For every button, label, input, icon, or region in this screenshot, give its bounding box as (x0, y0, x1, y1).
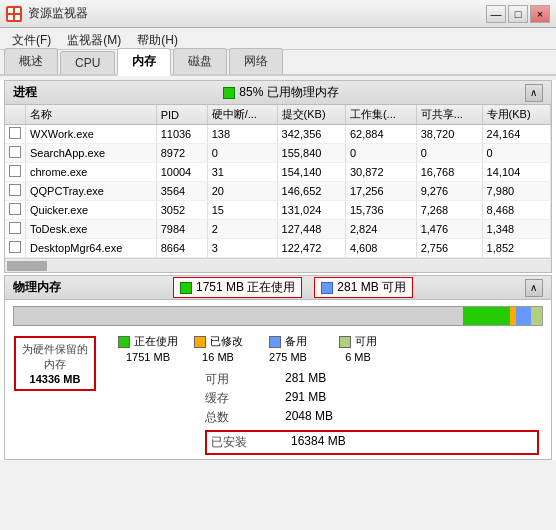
row-checkbox[interactable] (5, 182, 26, 201)
row-shared: 9,276 (416, 182, 482, 201)
table-row[interactable]: chrome.exe 10004 31 154,140 30,872 16,76… (5, 163, 551, 182)
row-checkbox[interactable] (5, 125, 26, 144)
table-row[interactable]: Quicker.exe 3052 15 131,024 15,736 7,268… (5, 201, 551, 220)
reserved-inner-box: 为硬件保留的内存 14336 MB (14, 336, 96, 391)
badge-in-use: 1751 MB 正在使用 (173, 277, 302, 298)
row-pid: 10004 (156, 163, 207, 182)
stat-value: 2048 MB (285, 409, 345, 426)
process-collapse-button[interactable]: ∧ (525, 84, 543, 102)
tab-bar: 概述 CPU 内存 磁盘 网络 (0, 50, 556, 76)
row-private: 0 (482, 144, 550, 163)
process-header: 进程 85% 已用物理内存 ∧ (5, 81, 551, 105)
col-commit: 提交(KB) (277, 105, 345, 125)
row-shared: 0 (416, 144, 482, 163)
menu-help[interactable]: 帮助(H) (129, 30, 186, 47)
row-commit: 342,356 (277, 125, 345, 144)
row-name: QQPCTray.exe (26, 182, 157, 201)
row-shared: 38,720 (416, 125, 482, 144)
row-hardint: 3 (207, 239, 277, 258)
installed-memory-row: 已安装 16384 MB (205, 430, 539, 455)
row-working: 17,256 (345, 182, 416, 201)
row-shared: 1,476 (416, 220, 482, 239)
row-commit: 155,840 (277, 144, 345, 163)
row-name: Quicker.exe (26, 201, 157, 220)
row-name: WXWork.exe (26, 125, 157, 144)
badge-available-text: 281 MB 可用 (337, 279, 406, 296)
col-working: 工作集(... (345, 105, 416, 125)
table-row[interactable]: DesktopMgr64.exe 8664 3 122,472 4,608 2,… (5, 239, 551, 258)
row-working: 0 (345, 144, 416, 163)
stat-label: 缓存 (205, 390, 285, 407)
row-shared: 7,268 (416, 201, 482, 220)
legend-standby: 备用 275 MB (253, 334, 323, 363)
col-private: 专用(KB) (482, 105, 550, 125)
stat-label: 可用 (205, 371, 285, 388)
bar-segment-free (531, 307, 542, 325)
process-section: 进程 85% 已用物理内存 ∧ 名称 PID 硬中断/... 提交(KB) 工作… (4, 80, 552, 273)
table-row[interactable]: WXWork.exe 11036 138 342,356 62,884 38,7… (5, 125, 551, 144)
process-status: 85% 已用物理内存 (223, 84, 338, 101)
row-commit: 122,472 (277, 239, 345, 258)
reserved-value: 14336 MB (22, 373, 88, 385)
table-row[interactable]: ToDesk.exe 7984 2 127,448 2,824 1,476 1,… (5, 220, 551, 239)
tab-overview[interactable]: 概述 (4, 48, 58, 74)
row-shared: 2,756 (416, 239, 482, 258)
row-checkbox[interactable] (5, 239, 26, 258)
scrollbar-thumb[interactable] (7, 261, 47, 271)
app-icon (6, 6, 22, 22)
legend-square-free (339, 336, 351, 348)
table-row[interactable]: QQPCTray.exe 3564 20 146,652 17,256 9,27… (5, 182, 551, 201)
physical-body: 为硬件保留的内存 14336 MB 正在使用 1751 MB 已修改 16 MB… (5, 330, 551, 459)
physical-collapse-button[interactable]: ∧ (525, 279, 543, 297)
svg-rect-1 (8, 8, 13, 13)
svg-rect-4 (15, 15, 20, 20)
process-table: 名称 PID 硬中断/... 提交(KB) 工作集(... 可共享... 专用(… (5, 105, 551, 258)
memory-legend: 正在使用 1751 MB 已修改 16 MB 备用 275 MB 可用 6 MB (105, 330, 547, 367)
scrollbar-track (5, 260, 551, 272)
row-pid: 3052 (156, 201, 207, 220)
row-checkbox[interactable] (5, 201, 26, 220)
memory-legend-stats: 正在使用 1751 MB 已修改 16 MB 备用 275 MB 可用 6 MB… (105, 330, 551, 459)
bar-segment-reserved (14, 307, 463, 325)
tab-disk[interactable]: 磁盘 (173, 48, 227, 74)
tab-network[interactable]: 网络 (229, 48, 283, 74)
memory-stats: 可用281 MB缓存291 MB总数2048 MB (205, 371, 539, 426)
row-pid: 7984 (156, 220, 207, 239)
row-private: 8,468 (482, 201, 550, 220)
memory-status-badges: 1751 MB 正在使用 281 MB 可用 (173, 277, 413, 298)
row-working: 62,884 (345, 125, 416, 144)
reserved-label: 为硬件保留的内存 (22, 342, 88, 373)
row-hardint: 15 (207, 201, 277, 220)
col-name: 名称 (26, 105, 157, 125)
row-checkbox[interactable] (5, 220, 26, 239)
row-hardint: 138 (207, 125, 277, 144)
legend-square-standby (269, 336, 281, 348)
row-hardint: 31 (207, 163, 277, 182)
close-button[interactable]: × (530, 5, 550, 23)
col-pid: PID (156, 105, 207, 125)
row-private: 1,852 (482, 239, 550, 258)
status-indicator (223, 87, 235, 99)
maximize-button[interactable]: □ (508, 5, 528, 23)
row-checkbox[interactable] (5, 144, 26, 163)
menu-bar: 文件(F) 监视器(M) 帮助(H) (0, 28, 556, 50)
in-use-indicator (180, 282, 192, 294)
horizontal-scrollbar[interactable] (5, 258, 551, 272)
row-name: ToDesk.exe (26, 220, 157, 239)
legend-square-modified (194, 336, 206, 348)
row-private: 7,980 (482, 182, 550, 201)
menu-monitor[interactable]: 监视器(M) (59, 30, 129, 47)
menu-file[interactable]: 文件(F) (4, 30, 59, 47)
legend-label-text: 已修改 (210, 334, 243, 349)
minimize-button[interactable]: — (486, 5, 506, 23)
memory-bar (13, 306, 543, 326)
legend-square-used (118, 336, 130, 348)
tab-memory[interactable]: 内存 (117, 48, 171, 76)
legend-label-row: 已修改 (194, 334, 243, 349)
table-row[interactable]: SearchApp.exe 8972 0 155,840 0 0 0 (5, 144, 551, 163)
svg-rect-3 (8, 15, 13, 20)
row-working: 30,872 (345, 163, 416, 182)
tab-cpu[interactable]: CPU (60, 51, 115, 74)
row-pid: 3564 (156, 182, 207, 201)
row-checkbox[interactable] (5, 163, 26, 182)
